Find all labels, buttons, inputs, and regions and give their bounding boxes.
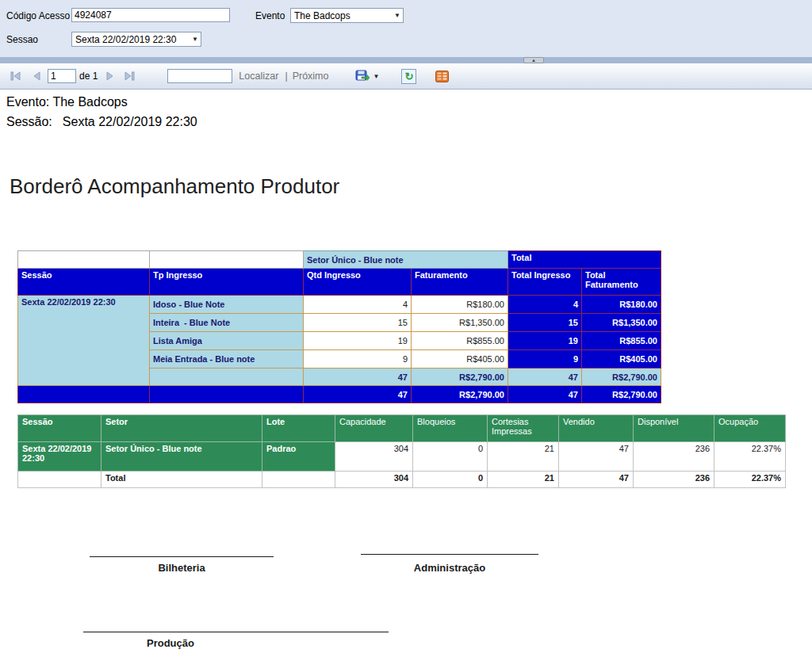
sessao-label: Sessao	[6, 34, 38, 45]
codigo-acesso-input[interactable]	[71, 8, 230, 22]
previous-page-button[interactable]	[29, 69, 44, 83]
qtd-cell: 4	[304, 296, 412, 314]
collapse-parameters-button[interactable]: ▲	[523, 57, 544, 63]
sessao-select[interactable]: Sexta 22/02/2019 22:30 ▼	[71, 32, 201, 47]
empty-cell	[150, 369, 304, 386]
qtd-cell: 15	[304, 314, 412, 332]
bilheteria-signature-line	[90, 556, 274, 557]
table-row: Sexta 22/02/2019 22:30 Setor Único - Blu…	[18, 442, 786, 472]
collapse-arrow-icon: ▲	[531, 58, 536, 63]
refresh-button[interactable]: ↻	[401, 69, 416, 84]
total-faturamento-cell: R$1,350.00	[582, 314, 661, 332]
col-disponivel: Disponível	[634, 415, 714, 442]
table-row: Sexta 22/02/2019 22:30 Idoso - Blue Note…	[18, 296, 661, 314]
sessao-line: Sessão:Sexta 22/02/2019 22:30	[6, 115, 197, 129]
data-feed-button[interactable]	[435, 71, 449, 82]
last-page-icon	[124, 71, 135, 81]
sessao-select-value: Sexta 22/02/2019 22:30	[75, 34, 176, 45]
disponivel-cell: 236	[634, 442, 714, 472]
total-faturamento: R$2,790.00	[412, 386, 508, 403]
data-feed-icon	[435, 71, 449, 82]
report-title: Borderô Acompanhamento Produtor	[10, 174, 339, 199]
tp-ingresso-cell: Meia Entrada - Blue note	[150, 350, 304, 369]
empty-cell	[262, 472, 335, 488]
total-cortesias: 21	[488, 472, 559, 488]
total-faturamento-cell: R$180.00	[582, 296, 661, 314]
col-sessao: Sessão	[18, 269, 150, 296]
total-label: Total	[102, 472, 262, 488]
capacidade-cell: 304	[335, 442, 413, 472]
last-page-button[interactable]	[121, 69, 137, 83]
sessao-line-label: Sessão:	[6, 115, 52, 128]
empty-cell	[150, 386, 304, 403]
table-group-header-row: Setor Único - Blue note Total	[18, 251, 661, 269]
previous-page-icon	[33, 71, 40, 81]
col-bloqueios: Bloqueios	[413, 415, 488, 442]
tp-ingresso-cell: Idoso - Blue Note	[150, 296, 304, 314]
total-qtd: 47	[304, 386, 412, 403]
codigo-acesso-label: Código Acesso	[6, 10, 70, 21]
subtotal-total-faturamento: R$2,790.00	[582, 369, 661, 386]
dropdown-caret-icon: ▼	[394, 12, 400, 19]
col-total-faturamento: Total Faturamento	[582, 269, 661, 296]
administracao-signature-line	[361, 554, 538, 555]
total-bloqueios: 0	[413, 472, 488, 488]
table-column-header-row: Sessão Tp Ingresso Qtd Ingresso Faturame…	[18, 269, 661, 296]
export-button[interactable]: ▼	[355, 70, 379, 82]
search-input[interactable]	[167, 69, 232, 83]
sessao-cell: Sexta 22/02/2019 22:30	[18, 442, 102, 472]
ocupacao-table: Sessão Setor Lote Capacidade Bloqueios C…	[17, 414, 786, 488]
sessao-line-value: Sexta 22/02/2019 22:30	[63, 115, 197, 128]
total-ingresso-cell: 15	[508, 314, 582, 332]
refresh-icon: ↻	[401, 69, 416, 84]
total-ingresso-cell: 9	[508, 350, 582, 369]
col-ocupacao: Ocupação	[714, 415, 786, 442]
col-setor: Setor	[102, 415, 262, 442]
administracao-signature-label: Administração	[361, 562, 538, 574]
producao-signature-line	[83, 632, 389, 632]
evento-select[interactable]: The Badcops ▼	[290, 8, 404, 23]
evento-label: Evento	[255, 10, 285, 21]
subtotal-faturamento: R$2,790.00	[412, 369, 508, 386]
subtotal-total-ingresso: 47	[508, 369, 582, 386]
session-cell: Sexta 22/02/2019 22:30	[18, 296, 150, 386]
evento-select-value: The Badcops	[294, 10, 350, 21]
col-faturamento: Faturamento	[412, 269, 508, 296]
total-vendido: 47	[559, 472, 634, 488]
faturamento-cell: R$855.00	[412, 332, 508, 350]
producao-signature-label: Produção	[147, 637, 194, 649]
evento-line: Evento: The Badcops	[6, 95, 128, 109]
faturamento-cell: R$405.00	[412, 350, 508, 369]
subtotal-qtd: 47	[304, 369, 412, 386]
faturamento-cell: R$1,350.00	[412, 314, 508, 332]
col-total-ingresso: Total Ingresso	[508, 269, 582, 296]
total-ingresso-cell: 19	[508, 332, 582, 350]
faturamento-cell: R$180.00	[412, 296, 508, 314]
cortesias-cell: 21	[488, 442, 559, 472]
parameter-panel: Código Acesso Evento The Badcops ▼ Sessa…	[0, 0, 812, 57]
grand-total-row: 47 R$2,790.00 47 R$2,790.00	[18, 386, 661, 403]
page-number-input[interactable]	[48, 69, 76, 83]
localizar-link[interactable]: Localizar	[239, 71, 278, 82]
total-faturamento-cell: R$855.00	[582, 332, 661, 350]
export-dropdown-caret-icon: ▼	[373, 73, 379, 80]
tp-ingresso-cell: Lista Amiga	[150, 332, 304, 350]
proximo-link[interactable]: Próximo	[293, 71, 329, 82]
empty-cell	[150, 251, 304, 269]
dropdown-caret-icon: ▼	[192, 36, 198, 43]
total-total-faturamento: R$2,790.00	[582, 386, 661, 403]
col-tp-ingresso: Tp Ingresso	[150, 269, 304, 296]
setor-group-header: Setor Único - Blue note	[304, 251, 508, 269]
empty-cell	[18, 251, 150, 269]
bilheteria-signature-label: Bilheteria	[90, 562, 274, 574]
empty-cell	[18, 472, 102, 488]
col-capacidade: Capacidade	[335, 415, 413, 442]
total-ocupacao: 22.37%	[714, 472, 786, 488]
splitter-bar: ▲	[0, 57, 812, 63]
page-count-label: de 1	[79, 71, 98, 82]
next-page-button[interactable]	[102, 69, 118, 83]
empty-cell	[18, 386, 150, 403]
table-column-header-row: Sessão Setor Lote Capacidade Bloqueios C…	[18, 415, 786, 442]
first-page-button[interactable]	[8, 69, 24, 83]
total-ingresso-cell: 4	[508, 296, 582, 314]
